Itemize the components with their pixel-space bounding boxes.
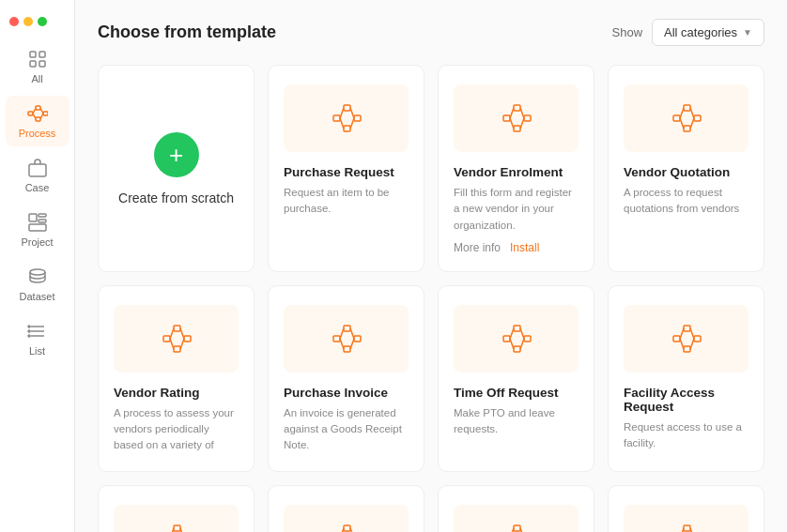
svg-line-63 xyxy=(350,339,354,349)
svg-line-71 xyxy=(520,339,524,349)
purchase-invoice-card[interactable]: Purchase Invoice An invoice is generated… xyxy=(268,285,424,472)
svg-line-102 xyxy=(520,528,524,533)
purchase-request-title: Purchase Request xyxy=(284,165,409,179)
svg-line-11 xyxy=(40,114,43,119)
svg-rect-15 xyxy=(39,220,46,222)
main-content: Choose from template Show All categories… xyxy=(75,0,787,532)
dataset-icon xyxy=(27,266,48,287)
header-controls: Show All categories ▼ xyxy=(612,19,764,46)
svg-rect-75 xyxy=(694,336,701,342)
svg-rect-27 xyxy=(354,115,361,121)
svg-line-84 xyxy=(170,528,174,533)
process-template-icon xyxy=(332,103,362,133)
create-scratch-label: Create from scratch xyxy=(118,190,234,205)
svg-line-68 xyxy=(510,328,514,339)
svg-rect-5 xyxy=(36,106,40,110)
svg-rect-43 xyxy=(694,115,701,121)
close-button[interactable] xyxy=(9,17,19,26)
list-icon xyxy=(27,321,48,342)
svg-line-47 xyxy=(690,118,694,129)
sidebar-item-list[interactable]: List xyxy=(6,313,69,364)
svg-rect-32 xyxy=(503,115,510,121)
create-from-scratch-card[interactable]: + Create from scratch xyxy=(98,65,255,272)
vendor-enrolment-card[interactable]: Vendor Enrolment Fill this form and regi… xyxy=(438,65,594,272)
svg-line-100 xyxy=(510,528,514,533)
page-title: Choose from template xyxy=(98,23,276,42)
svg-point-17 xyxy=(30,269,45,275)
vendor-rating-title: Vendor Rating xyxy=(114,386,239,400)
svg-line-36 xyxy=(510,108,514,118)
svg-line-79 xyxy=(690,339,694,349)
svg-rect-50 xyxy=(174,346,180,352)
svg-rect-57 xyxy=(344,326,350,331)
vendor-quotation-title: Vendor Quotation xyxy=(624,165,748,179)
svg-rect-34 xyxy=(514,126,520,131)
svg-rect-51 xyxy=(184,336,191,342)
category-dropdown[interactable]: All categories ▼ xyxy=(652,19,764,46)
svg-point-23 xyxy=(28,335,30,337)
svg-rect-25 xyxy=(344,105,350,111)
sidebar-item-dataset[interactable]: Dataset xyxy=(6,259,69,310)
install-link[interactable]: Install xyxy=(510,241,539,254)
process-template-icon11 xyxy=(671,524,702,533)
svg-rect-3 xyxy=(39,61,45,67)
sidebar-item-project[interactable]: Project xyxy=(6,205,69,255)
sidebar-item-project-label: Project xyxy=(21,236,53,248)
svg-rect-97 xyxy=(514,525,520,531)
sidebar-item-case[interactable]: Case xyxy=(6,150,69,201)
purchase-request-icon-area xyxy=(284,84,409,152)
svg-line-30 xyxy=(350,108,354,118)
process-template-icon7 xyxy=(671,324,702,354)
vendor-quotation-card[interactable]: Vendor Quotation A process to request qu… xyxy=(608,65,764,272)
process-template-icon5 xyxy=(332,324,362,354)
sidebar-item-process[interactable]: Process xyxy=(6,96,69,146)
svg-rect-16 xyxy=(29,224,46,231)
svg-rect-58 xyxy=(344,346,350,352)
svg-rect-48 xyxy=(163,336,170,342)
vendor-quotation-icon-area xyxy=(624,84,748,152)
more-info-link[interactable]: More info xyxy=(454,241,501,254)
360-feedback-icon-area xyxy=(624,505,748,533)
capex-request-card[interactable]: CAPEX Request Request to get a capital e… xyxy=(98,485,255,533)
vendor-rating-card[interactable]: Vendor Rating A process to assess your v… xyxy=(98,285,255,472)
purchase-request-card[interactable]: Purchase Request Request an item to be p… xyxy=(268,65,424,272)
svg-line-31 xyxy=(350,118,354,129)
time-off-request-desc: Make PTO and leave requests. xyxy=(454,405,579,438)
facility-access-title: Facility Access Request xyxy=(624,386,748,414)
process-template-icon2 xyxy=(502,103,532,133)
svg-rect-81 xyxy=(174,525,180,531)
time-off-request-card[interactable]: Time Off Request Make PTO and leave requ… xyxy=(438,285,594,472)
svg-line-55 xyxy=(180,339,184,349)
time-off-icon-area xyxy=(454,305,579,372)
svg-line-62 xyxy=(350,328,354,339)
minimize-button[interactable] xyxy=(23,17,33,26)
purchase-invoice-desc: An invoice is generated against a Goods … xyxy=(284,405,409,454)
svg-rect-7 xyxy=(43,112,48,115)
travel-icon-area xyxy=(284,505,409,533)
svg-line-108 xyxy=(680,528,684,533)
svg-rect-40 xyxy=(673,115,680,121)
process-icon xyxy=(27,103,48,124)
maximize-button[interactable] xyxy=(38,17,47,26)
svg-line-46 xyxy=(690,108,694,118)
svg-line-53 xyxy=(170,339,174,349)
svg-line-78 xyxy=(690,328,694,339)
svg-line-52 xyxy=(170,328,174,339)
process-template-icon4 xyxy=(162,324,192,354)
travel-request-card[interactable]: Travel Request Request assistance for an… xyxy=(268,485,424,533)
svg-line-44 xyxy=(680,108,684,118)
sidebar-item-all[interactable]: All xyxy=(6,41,69,92)
svg-rect-1 xyxy=(39,52,45,57)
sidebar-item-dataset-label: Dataset xyxy=(20,291,55,302)
svg-line-76 xyxy=(680,328,684,339)
case-icon xyxy=(27,158,48,178)
purchase-request-desc: Request an item to be purchase. xyxy=(284,185,409,218)
svg-rect-105 xyxy=(684,525,690,531)
facility-access-request-card[interactable]: Facility Access Request Request access t… xyxy=(608,285,764,472)
360-feedback-card[interactable]: 360 Degree Feedback A process to gather … xyxy=(608,485,764,533)
grid-icon xyxy=(27,49,48,69)
sidebar: All Process Case xyxy=(0,0,75,532)
svg-line-38 xyxy=(520,108,524,118)
new-hire-request-card[interactable]: New Hire Request Raise a request to hire… xyxy=(438,485,594,533)
sidebar-item-all-label: All xyxy=(31,73,42,84)
